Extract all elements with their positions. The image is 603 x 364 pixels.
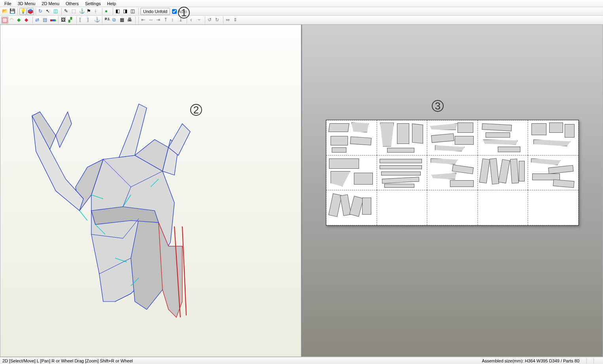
status-spacer [579,358,586,364]
distribute-h-icon[interactable]: ⫞ [189,17,196,24]
undo-unfold-button[interactable]: Undo Unfold [140,8,170,15]
separator [32,17,33,24]
box3d-icon[interactable] [27,8,34,15]
pageid-icon[interactable]: P.1 [104,17,111,24]
align-right-icon[interactable]: ⇥ [155,17,163,24]
separator [102,8,102,15]
fit-height-icon[interactable]: ⇕ [233,17,240,24]
unfold-page[interactable] [528,155,578,190]
toolbar-secondary: ◠ ◆ ◆ ⇄ ▤ 🖼 ▞ ⟦ ⟧ ⚓ P.1 ⧉ ▦ 🖶 ⇤ ↔ ⇥ ⤒ ↕ … [0,16,603,25]
bracket-right-icon[interactable]: ⟧ [86,17,93,24]
rotate-cw-icon[interactable]: ↻ [214,17,221,24]
cube-edit-icon[interactable]: ⬚ [71,8,78,15]
unfold-page[interactable] [377,120,427,155]
separator [223,17,223,24]
anchor2-icon[interactable]: ⚓ [93,17,100,24]
separator [17,8,18,15]
segment-icon[interactable]: ◠ [9,17,16,24]
menu-file[interactable]: File [1,0,15,7]
measure-icon[interactable]: ⟊ [93,8,100,15]
eraser-magic-icon[interactable]: ◆ [16,17,23,24]
separator [135,17,136,24]
save-icon[interactable]: 💾 [9,8,16,15]
cut-edge-icon[interactable]: ▞ [68,17,75,24]
window-right-icon[interactable]: ◨ [122,8,129,15]
status-spacer [594,358,601,364]
grid-icon[interactable]: ▦ [119,17,126,24]
swap-icon[interactable]: ⇄ [34,17,42,24]
svg-rect-5 [54,19,56,21]
separator [138,8,139,15]
svg-rect-3 [50,19,52,21]
annotation-3: 3 [432,100,444,112]
workspace: 2 [0,25,603,357]
unfold-page-empty[interactable] [427,190,478,225]
separator [138,17,139,24]
distribute-v-icon[interactable]: ⫟ [196,17,203,24]
svg-rect-2 [2,18,7,23]
viewport-2d[interactable]: 3 [301,25,603,357]
align-center-h-icon[interactable]: ↔ [148,17,155,24]
unfold-page[interactable] [326,190,377,225]
overlap-icon[interactable]: ⧉ [112,17,119,24]
separator [61,8,62,15]
unfold-page[interactable] [528,120,578,155]
status-bar: 2D [Select/Move] L [Pan] R or Wheel Drag… [0,357,603,364]
cube-wire-icon[interactable]: ◫ [53,8,60,15]
window-left-icon[interactable]: ◧ [115,8,122,15]
flag-icon[interactable]: ⚑ [86,8,93,15]
unfold-page-empty[interactable] [377,190,427,225]
align-left-icon[interactable]: ⇤ [140,17,147,24]
unfold-page[interactable] [427,155,478,190]
menu-settings[interactable]: Settings [82,0,104,7]
window-split-icon[interactable]: ◫ [130,8,137,15]
viewport-3d[interactable]: 2 [0,25,301,357]
color-icon[interactable] [49,17,57,24]
anchor-icon[interactable]: ⚓ [78,8,85,15]
menu-bar: File 3D Menu 2D Menu Others Settings Hel… [0,0,603,7]
refresh-icon[interactable]: ↻ [38,8,45,15]
svg-rect-4 [52,19,54,21]
bracket-left-icon[interactable]: ⟦ [78,17,85,24]
unfold-page[interactable] [478,120,528,155]
svg-line-14 [182,226,186,315]
status-spacer [586,358,594,364]
open-icon[interactable]: 📂 [1,8,8,15]
separator [205,17,205,24]
unfold-page-empty[interactable] [478,190,528,225]
cursor-arrow-icon[interactable]: ↖ [45,8,52,15]
unfold-page[interactable] [478,155,528,190]
unfold-page[interactable] [326,120,377,155]
status-right: Assembled size(mm): H364 W395 D349 / Par… [482,358,579,363]
select-rect-red-icon[interactable] [1,17,8,24]
print-icon[interactable]: 🖶 [127,17,134,24]
annotation-1: 1 [178,7,190,19]
photo-icon[interactable]: 🖼 [60,17,67,24]
lightbulb-icon[interactable]: 💡 [19,8,26,15]
unfold-page[interactable] [377,155,427,190]
align-top-icon[interactable]: ⤒ [163,17,170,24]
status-left: 2D [Select/Move] L [Pan] R or Wheel Drag… [2,358,133,363]
svg-line-27 [79,211,87,221]
layers-icon[interactable]: ▤ [42,17,49,24]
fit-width-icon[interactable]: ⇔ [225,17,232,24]
model-3d-helmet[interactable] [12,88,226,321]
separator [36,8,36,15]
unfold-pages-grid[interactable] [326,120,579,226]
unfold-page-empty[interactable] [528,190,578,225]
unfold-page[interactable] [326,155,377,190]
globe-icon[interactable]: ● [104,8,111,15]
auto-checkbox-input[interactable] [172,9,177,14]
menu-others[interactable]: Others [62,0,82,7]
separator [76,17,77,24]
separator [113,8,113,15]
pencil-icon[interactable]: ✎ [63,8,70,15]
separator [102,17,102,24]
align-center-v-icon[interactable]: ↕ [170,17,178,24]
menu-3d[interactable]: 3D Menu [15,0,39,7]
rotate-ccw-icon[interactable]: ↺ [207,17,214,24]
eraser-icon[interactable]: ◆ [24,17,31,24]
unfold-page[interactable] [427,120,478,155]
menu-help[interactable]: Help [104,0,119,7]
menu-2d[interactable]: 2D Menu [38,0,62,7]
